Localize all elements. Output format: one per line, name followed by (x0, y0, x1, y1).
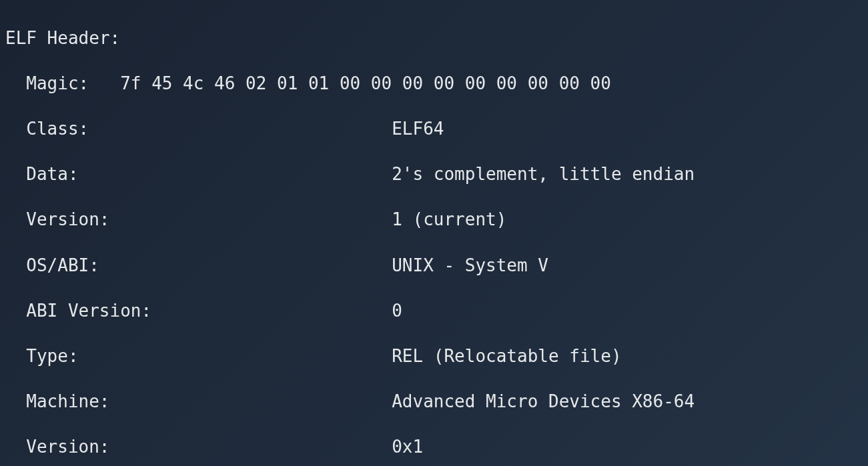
elf-field-label: Version: (26, 208, 392, 231)
elf-header-title: ELF Header: (5, 27, 863, 49)
elf-magic-line: Magic: 7f 45 4c 46 02 01 01 00 00 00 00 … (5, 72, 863, 95)
elf-field-line: OS/ABI: UNIX - System V (5, 254, 863, 277)
elf-field-line: Version: 0x1 (5, 435, 863, 458)
elf-field-value: 0x1 (392, 435, 423, 458)
elf-field-line: Data: 2's complement, little endian (5, 163, 863, 185)
elf-magic-label: Magic: (26, 72, 120, 95)
elf-field-label: OS/ABI: (26, 254, 392, 277)
elf-field-line: Type: REL (Relocatable file) (5, 345, 863, 367)
elf-field-label: Version: (26, 435, 392, 458)
terminal-output: ELF Header: Magic: 7f 45 4c 46 02 01 01 … (0, 0, 868, 466)
elf-field-label: Class: (26, 117, 392, 140)
elf-field-value: 0 (392, 299, 402, 322)
elf-field-label: Machine: (26, 390, 392, 413)
elf-field-line: Version: 1 (current) (5, 208, 863, 231)
elf-field-value: REL (Relocatable file) (392, 345, 621, 367)
elf-field-value: 2's complement, little endian (392, 163, 695, 185)
elf-field-label: Data: (26, 163, 392, 185)
elf-field-label: ABI Version: (26, 299, 392, 322)
elf-field-value: Advanced Micro Devices X86-64 (392, 390, 695, 413)
elf-field-value: UNIX - System V (392, 254, 548, 277)
elf-field-label: Type: (26, 345, 392, 367)
elf-field-line: Class: ELF64 (5, 117, 863, 140)
elf-field-line: Machine: Advanced Micro Devices X86-64 (5, 390, 863, 413)
elf-field-value: 1 (current) (392, 208, 506, 231)
elf-field-value: ELF64 (392, 117, 444, 140)
elf-magic-value: 7f 45 4c 46 02 01 01 00 00 00 00 00 00 0… (120, 72, 621, 95)
elf-field-line: ABI Version: 0 (5, 299, 863, 322)
